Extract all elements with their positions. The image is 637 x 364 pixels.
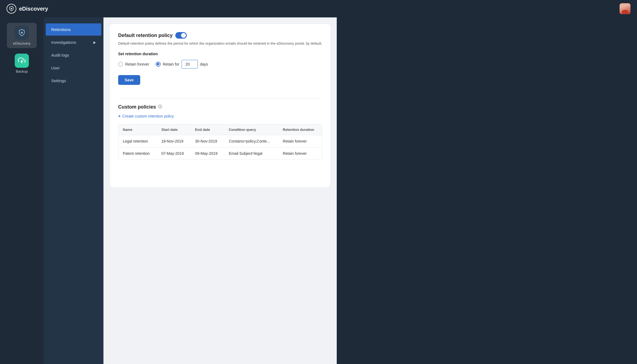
left-nav: eDiscovery Backup (0, 17, 44, 364)
avatar[interactable] (620, 3, 630, 14)
plus-icon: + (118, 114, 121, 119)
cell-end-0: 30-Nov-2019 (191, 135, 225, 147)
sidebar-item-investigations[interactable]: Investigations ▶ (46, 36, 101, 48)
col-retention-duration: Retention duration (278, 124, 322, 135)
cell-condition-0: Contains=policy,Conte... (224, 135, 278, 147)
sidebar-item-user[interactable]: User (46, 62, 101, 74)
retain-for-radio[interactable] (156, 62, 161, 67)
sidebar-item-settings[interactable]: Settings (46, 75, 101, 87)
col-start-date: Start date (157, 124, 191, 135)
nav-label-ediscovery: eDiscovery (13, 41, 30, 45)
cell-name-1: Patent retention (118, 147, 157, 159)
sidebar-item-audit-logs[interactable]: Audit logs (46, 49, 101, 61)
create-link-label: Create custom retention policy (122, 114, 174, 118)
custom-policies-title-text: Custom policies (118, 104, 156, 110)
default-policy-section: Default retention policy (118, 32, 322, 39)
policy-description: Default retention policy defines the per… (118, 41, 322, 46)
policies-table: Name Start date End date Condition query… (118, 124, 322, 159)
table-row[interactable]: Legal retention 18-Nov-2019 30-Nov-2019 … (118, 135, 322, 147)
cell-name-0: Legal retention (118, 135, 157, 147)
col-condition-query: Condition query (224, 124, 278, 135)
help-icon[interactable]: ⓘ (158, 104, 162, 109)
cell-start-1: 07-May-2019 (157, 147, 191, 159)
logo-icon (7, 4, 16, 14)
retain-forever-option[interactable]: Retain forever (118, 62, 149, 67)
main-content: Default retention policy Default retenti… (103, 17, 337, 364)
cell-duration-1: Retain forever (278, 147, 322, 159)
sidebar-label-user: User (51, 66, 60, 70)
table-row[interactable]: Patent retention 07-May-2019 09-May-2019… (118, 147, 322, 159)
nav-item-backup[interactable]: Backup (7, 51, 37, 76)
nav-icon-ediscovery (15, 26, 29, 40)
cell-duration-0: Retain forever (278, 135, 322, 147)
cell-start-0: 18-Nov-2019 (157, 135, 191, 147)
sidebar-label-settings: Settings (51, 78, 66, 83)
svg-point-0 (11, 8, 12, 10)
default-policy-title: Default retention policy (118, 33, 173, 38)
retain-for-label: Retain for (163, 62, 179, 66)
table-body: Legal retention 18-Nov-2019 30-Nov-2019 … (118, 135, 322, 159)
nav-icon-backup (15, 54, 29, 68)
table-header-row: Name Start date End date Condition query… (118, 124, 322, 135)
days-input[interactable] (182, 60, 198, 69)
app-logo: eDiscovery (7, 4, 48, 14)
col-name: Name (118, 124, 157, 135)
policy-toggle[interactable] (175, 32, 187, 39)
cell-condition-1: Email Subject=legal (224, 147, 278, 159)
set-duration-label: Set retention duration (118, 52, 322, 56)
sidebar-label-audit-logs: Audit logs (51, 53, 69, 57)
policies-table-wrapper: Name Start date End date Condition query… (118, 124, 322, 160)
retain-forever-label: Retain forever (125, 62, 149, 66)
nav-item-ediscovery[interactable]: eDiscovery (7, 23, 37, 48)
app-header: eDiscovery (0, 0, 637, 17)
custom-policies-section: Custom policies ⓘ (118, 104, 322, 110)
avatar-image (620, 3, 630, 14)
app-name: eDiscovery (19, 6, 48, 12)
sidebar-label-retentions: Retentions (51, 27, 71, 32)
retain-for-option[interactable]: Retain for days (156, 60, 208, 69)
svg-point-1 (21, 32, 23, 34)
col-end-date: End date (191, 124, 225, 135)
retain-forever-radio[interactable] (118, 62, 123, 67)
save-button[interactable]: Save (118, 75, 140, 85)
content-card: Default retention policy Default retenti… (110, 24, 330, 187)
section-divider (118, 98, 322, 99)
sidebar: Retentions Investigations ▶ Audit logs U… (44, 17, 103, 364)
table-header: Name Start date End date Condition query… (118, 124, 322, 135)
cell-end-1: 09-May-2019 (191, 147, 225, 159)
days-unit-label: days (200, 62, 208, 66)
sidebar-label-investigations: Investigations (51, 40, 76, 45)
nav-label-backup: Backup (16, 69, 27, 73)
chevron-right-icon: ▶ (93, 41, 96, 44)
sidebar-item-retentions[interactable]: Retentions (46, 23, 101, 36)
radio-group: Retain forever Retain for days (118, 60, 322, 69)
page-wrapper: eDiscovery Backup Retentions Investigati… (0, 17, 337, 364)
create-policy-link[interactable]: + Create custom retention policy (118, 114, 322, 119)
